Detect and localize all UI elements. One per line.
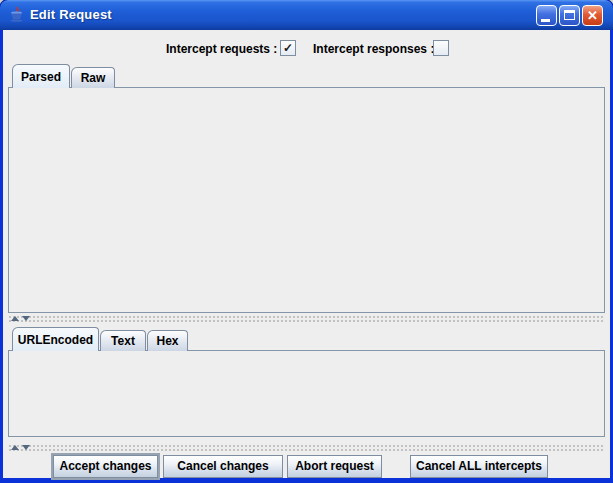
window-title: Edit Request [30, 7, 112, 22]
cancel-changes-button[interactable]: Cancel changes [163, 455, 283, 478]
minimize-icon [541, 19, 550, 22]
accept-changes-button[interactable]: Accept changes [53, 455, 158, 478]
maximize-button[interactable] [559, 5, 580, 26]
close-icon: ✕ [583, 7, 602, 25]
tab-urlencoded[interactable]: URLEncoded [12, 327, 99, 351]
request-panel [8, 87, 605, 313]
tab-text[interactable]: Text [100, 330, 146, 351]
java-icon [8, 6, 25, 23]
intercept-requests-label: Intercept requests : [166, 42, 277, 56]
tab-parsed[interactable]: Parsed [12, 64, 70, 88]
cancel-all-intercepts-button[interactable]: Cancel ALL intercepts [410, 455, 548, 478]
split-divider[interactable] [8, 444, 605, 451]
edit-request-window: Edit Request ✕ Intercept requests : ✓ In… [0, 0, 613, 483]
checkmark-icon: ✓ [283, 41, 293, 55]
titlebar[interactable]: Edit Request ✕ [0, 0, 613, 30]
minimize-button[interactable] [536, 5, 557, 26]
maximize-icon [564, 10, 575, 20]
divider-expand-icon[interactable] [22, 316, 30, 321]
close-button[interactable]: ✕ [582, 5, 603, 26]
content-panel [8, 350, 605, 437]
tab-hex[interactable]: Hex [147, 330, 188, 351]
divider-expand-icon[interactable] [22, 445, 30, 450]
split-divider[interactable] [8, 315, 605, 322]
intercept-responses-label: Intercept responses : [313, 42, 434, 56]
divider-collapse-icon[interactable] [11, 316, 19, 321]
divider-collapse-icon[interactable] [11, 445, 19, 450]
abort-request-button[interactable]: Abort request [287, 455, 382, 478]
intercept-responses-checkbox[interactable] [433, 40, 449, 56]
tab-raw[interactable]: Raw [71, 67, 115, 88]
intercept-requests-checkbox[interactable]: ✓ [280, 40, 296, 56]
